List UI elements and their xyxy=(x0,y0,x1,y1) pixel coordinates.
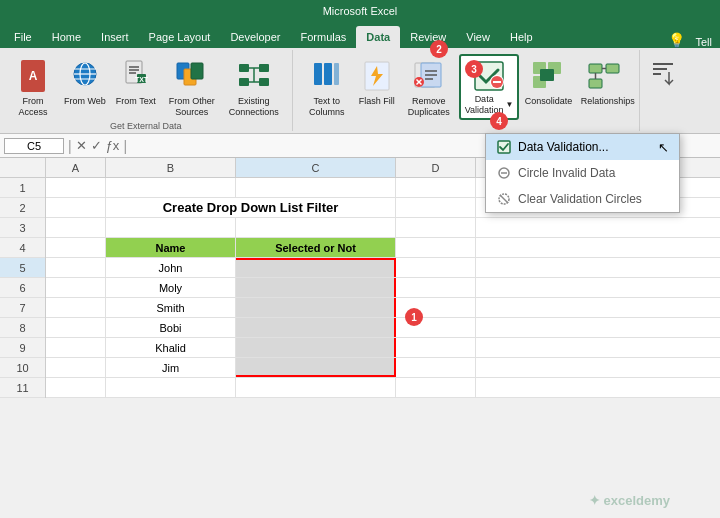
cell-6d[interactable] xyxy=(396,278,476,297)
insert-function-icon[interactable]: ƒx xyxy=(106,138,120,153)
data-validation-menu-item[interactable]: Data Validation... ↖ xyxy=(486,134,679,160)
cell-3d[interactable] xyxy=(396,218,476,237)
row-num-5[interactable]: 5 xyxy=(0,258,45,278)
row-num-10[interactable]: 10 xyxy=(0,358,45,378)
from-access-button[interactable]: A From Access xyxy=(8,54,58,120)
cell-8a[interactable] xyxy=(46,318,106,337)
cell-11rest xyxy=(476,378,720,397)
tab-page-layout[interactable]: Page Layout xyxy=(139,26,221,48)
title-bar: Microsoft Excel xyxy=(0,0,720,22)
cell-9a[interactable] xyxy=(46,338,106,357)
tab-view[interactable]: View xyxy=(456,26,500,48)
col-header-a[interactable]: A xyxy=(46,158,106,177)
sort-button[interactable] xyxy=(646,56,680,92)
cell-8c[interactable] xyxy=(236,318,396,337)
cell-1b[interactable] xyxy=(106,178,236,197)
cell-10d[interactable] xyxy=(396,358,476,377)
row-num-8[interactable]: 8 xyxy=(0,318,45,338)
tab-file[interactable]: File xyxy=(4,26,42,48)
col-header-d[interactable]: D xyxy=(396,158,476,177)
cancel-icon[interactable]: ✕ xyxy=(76,138,87,153)
existing-connections-button[interactable]: Existing Connections xyxy=(224,54,284,120)
lightbulb-icon: 💡 xyxy=(662,32,691,48)
row-num-6[interactable]: 6 xyxy=(0,278,45,298)
tab-home[interactable]: Home xyxy=(42,26,91,48)
row-num-9[interactable]: 9 xyxy=(0,338,45,358)
row-num-2[interactable]: 2 xyxy=(0,198,45,218)
cell-5rest xyxy=(476,258,720,277)
tab-data[interactable]: Data xyxy=(356,26,400,48)
cell-5b[interactable]: John xyxy=(106,258,236,277)
cell-7b[interactable]: Smith xyxy=(106,298,236,317)
col-header-c[interactable]: C xyxy=(236,158,396,177)
ribbon: A From Access From Web xyxy=(0,48,720,134)
cell-1a[interactable] xyxy=(46,178,106,197)
cell-6c[interactable] xyxy=(236,278,396,297)
circle-invalid-menu-item[interactable]: Circle Invalid Data xyxy=(486,160,679,186)
cell-2a[interactable] xyxy=(46,198,106,217)
formula-divider-2: | xyxy=(123,138,127,154)
circle-invalid-label: Circle Invalid Data xyxy=(518,166,615,180)
cell-11b[interactable] xyxy=(106,378,236,397)
tab-review[interactable]: Review xyxy=(400,26,456,48)
clear-circles-icon xyxy=(496,191,512,207)
remove-duplicates-button[interactable]: Remove Duplicates xyxy=(401,54,457,120)
svg-rect-18 xyxy=(239,78,249,86)
cell-7c[interactable] xyxy=(236,298,396,317)
badge-1: 1 xyxy=(405,308,423,326)
row-num-4[interactable]: 4 xyxy=(0,238,45,258)
tab-insert[interactable]: Insert xyxy=(91,26,139,48)
col-header-b[interactable]: B xyxy=(106,158,236,177)
cell-3a[interactable] xyxy=(46,218,106,237)
row-num-1[interactable]: 1 xyxy=(0,178,45,198)
cell-10c[interactable] xyxy=(236,358,396,377)
cell-4c-header[interactable]: Selected or Not xyxy=(236,238,396,257)
cell-1c[interactable] xyxy=(236,178,396,197)
cell-5c[interactable] xyxy=(236,258,396,277)
cell-5a[interactable] xyxy=(46,258,106,277)
clear-circles-menu-item[interactable]: Clear Validation Circles xyxy=(486,186,679,212)
table-row: Jim xyxy=(46,358,720,378)
from-text-button[interactable]: TXT From Text xyxy=(112,54,160,109)
title-cell[interactable]: Create Drop Down List Filter xyxy=(106,198,396,217)
tab-formulas[interactable]: Formulas xyxy=(291,26,357,48)
corner-spacer xyxy=(0,158,46,177)
flash-fill-button[interactable]: Flash Fill xyxy=(355,54,399,109)
check-shield-icon xyxy=(496,139,512,155)
svg-rect-44 xyxy=(589,64,602,73)
cell-9b[interactable]: Khalid xyxy=(106,338,236,357)
row-num-11[interactable]: 11 xyxy=(0,378,45,398)
cell-6a[interactable] xyxy=(46,278,106,297)
from-web-button[interactable]: From Web xyxy=(60,54,110,109)
tell-me[interactable]: Tell xyxy=(691,36,716,48)
cell-5d[interactable] xyxy=(396,258,476,277)
name-box[interactable] xyxy=(4,138,64,154)
cell-9d[interactable] xyxy=(396,338,476,357)
cell-8b[interactable]: Bobi xyxy=(106,318,236,337)
cell-9c[interactable] xyxy=(236,338,396,357)
cell-7a[interactable] xyxy=(46,298,106,317)
cell-2d[interactable] xyxy=(396,198,476,217)
cell-11c[interactable] xyxy=(236,378,396,397)
confirm-icon[interactable]: ✓ xyxy=(91,138,102,153)
cell-3b[interactable] xyxy=(106,218,236,237)
cell-4d[interactable] xyxy=(396,238,476,257)
consolidate-button[interactable]: Consolidate xyxy=(521,54,575,109)
cell-4b-header[interactable]: Name xyxy=(106,238,236,257)
tab-help[interactable]: Help xyxy=(500,26,543,48)
cell-11d[interactable] xyxy=(396,378,476,397)
cell-11a[interactable] xyxy=(46,378,106,397)
relationships-button[interactable]: Relationships xyxy=(577,54,631,109)
row-num-3[interactable]: 3 xyxy=(0,218,45,238)
row-num-7[interactable]: 7 xyxy=(0,298,45,318)
cell-10b[interactable]: Jim xyxy=(106,358,236,377)
svg-rect-16 xyxy=(239,64,249,72)
cell-4a[interactable] xyxy=(46,238,106,257)
text-to-columns-button[interactable]: Text to Columns xyxy=(301,54,353,120)
from-other-sources-button[interactable]: From Other Sources xyxy=(162,54,222,120)
cell-3c[interactable] xyxy=(236,218,396,237)
tab-developer[interactable]: Developer xyxy=(220,26,290,48)
cell-10a[interactable] xyxy=(46,358,106,377)
cell-6b[interactable]: Moly xyxy=(106,278,236,297)
cell-1d[interactable] xyxy=(396,178,476,197)
